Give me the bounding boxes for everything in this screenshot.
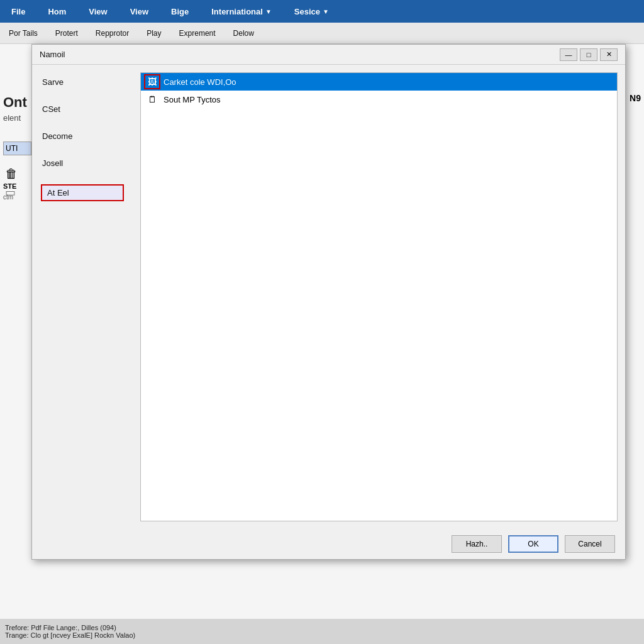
menubar-portails[interactable]: Por Tails <box>5 26 42 40</box>
menubar-exprement[interactable]: Exprement <box>175 26 219 40</box>
status-line-2: Trange: Clo gt [ncvey ExalE] Rockn Valao… <box>5 631 639 639</box>
bg-sub-text: elent <box>3 113 21 123</box>
menu-sesice[interactable]: Sesice ▼ <box>289 3 334 20</box>
sout-icon: 🗒 <box>146 94 158 105</box>
dialog-title-buttons: — □ ✕ <box>560 48 618 61</box>
bg-n9-text: N9 <box>630 93 641 103</box>
cancel-button[interactable]: Cancel <box>565 535 615 553</box>
menu-view2[interactable]: View <box>125 3 153 20</box>
dialog-maximize-button[interactable]: □ <box>580 48 597 61</box>
menubar-play[interactable]: Play <box>143 26 165 40</box>
list-item-carket[interactable]: 🖼 Carket cole WDI,Oo <box>141 73 617 91</box>
dialog-right-panel: 🖼 Carket cole WDI,Oo 🗒 Sout MP Tyctos <box>133 65 625 529</box>
dialog-body: Sarve CSet Decome Josell At Eel 🖼 Carket… <box>32 65 625 529</box>
dialog-item-sarve[interactable]: Sarve <box>42 77 123 87</box>
menu-interniational[interactable]: Interniational ▼ <box>206 3 277 20</box>
list-container: 🖼 Carket cole WDI,Oo 🗒 Sout MP Tyctos <box>140 72 618 521</box>
dropdown-arrow-icon: ▼ <box>265 8 272 15</box>
dialog-footer: Hazh.. OK Cancel <box>32 529 625 559</box>
app-menubar: Por Tails Protert Repprotor Play Expreme… <box>0 23 644 44</box>
sout-label: Sout MP Tyctos <box>164 95 221 104</box>
dialog-titlebar: Namoil — □ ✕ <box>32 45 625 65</box>
menubar-protert[interactable]: Protert <box>52 26 82 40</box>
carket-icon: 🖼 <box>146 76 158 87</box>
menu-view1[interactable]: View <box>84 3 112 20</box>
bg-label-ctm: ctm <box>3 194 13 201</box>
status-bar: Trefore: Pdf File Lange:, Dilles (094) T… <box>0 619 644 644</box>
dialog-item-cset[interactable]: CSet <box>42 104 123 114</box>
menu-bige[interactable]: Bige <box>166 3 194 20</box>
hazh-button[interactable]: Hazh.. <box>452 535 502 553</box>
menubar-delow[interactable]: Delow <box>230 26 258 40</box>
app-titlebar: File Hom View View Bige Interniational ▼… <box>0 0 644 23</box>
carket-label: Carket cole WDI,Oo <box>164 77 236 87</box>
menu-file[interactable]: File <box>6 3 30 20</box>
bg-main-text: Ont <box>3 94 27 111</box>
bg-icon1: 🗑 <box>5 167 18 181</box>
bg-cell-uti: UTI <box>3 142 31 155</box>
ok-button[interactable]: OK <box>508 535 558 553</box>
dropdown-arrow2-icon: ▼ <box>323 8 329 15</box>
dialog-minimize-button[interactable]: — <box>560 48 577 61</box>
bg-label-ste: STE <box>3 182 16 190</box>
list-item-sout[interactable]: 🗒 Sout MP Tyctos <box>141 91 617 108</box>
status-line-1: Trefore: Pdf File Lange:, Dilles (094) <box>5 624 639 631</box>
menubar-repprotor[interactable]: Repprotor <box>92 26 133 40</box>
dialog-item-ateel[interactable]: At Eel <box>42 186 123 200</box>
dialog-close-button[interactable]: ✕ <box>600 48 618 61</box>
dialog-item-decome[interactable]: Decome <box>42 131 123 141</box>
dialog-namoil: Namoil — □ ✕ Sarve CSet Decome Josell At… <box>31 44 626 560</box>
menu-hom[interactable]: Hom <box>43 3 71 20</box>
dialog-title: Namoil <box>40 50 560 59</box>
dialog-item-josell[interactable]: Josell <box>42 158 123 168</box>
dialog-left-panel: Sarve CSet Decome Josell At Eel <box>32 65 133 529</box>
